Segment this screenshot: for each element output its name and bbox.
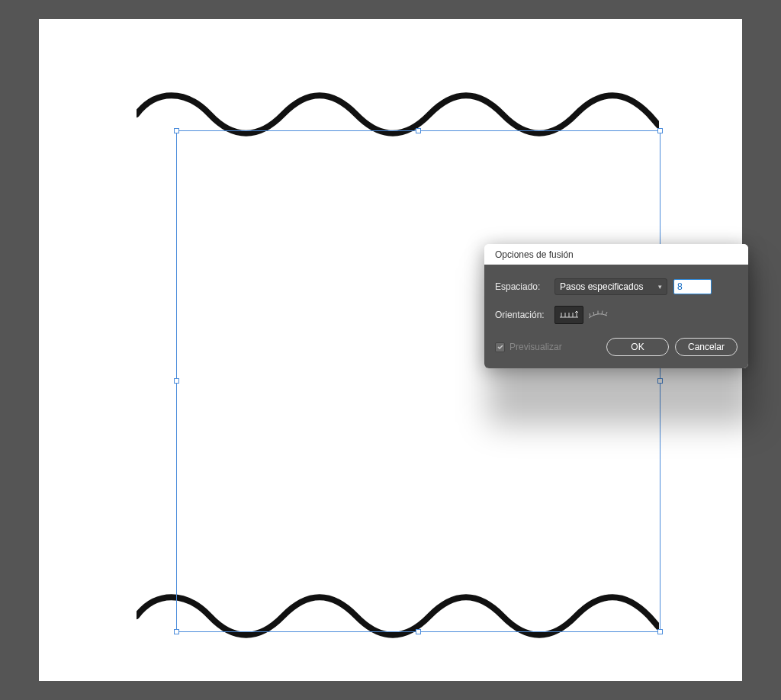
preview-label: Previsualizar <box>509 342 562 352</box>
align-to-page-icon <box>558 310 580 320</box>
dialog-title: Opciones de fusión <box>484 244 748 265</box>
selection-handle-bottom-middle[interactable] <box>416 629 421 634</box>
spacing-row: Espaciado: Pasos especificados ▾ <box>495 278 738 295</box>
chevron-down-icon: ▾ <box>658 283 662 291</box>
dialog-buttons: OK Cancelar <box>606 338 738 356</box>
checkmark-icon <box>497 343 504 351</box>
orientation-row: Orientación: <box>495 306 738 324</box>
spacing-steps-input[interactable] <box>673 279 712 294</box>
preview-checkbox-group[interactable]: Previsualizar <box>495 342 562 352</box>
svg-line-6 <box>590 313 590 317</box>
dialog-body: Espaciado: Pasos especificados ▾ Orienta… <box>484 265 748 368</box>
svg-line-10 <box>606 312 607 316</box>
orientation-align-path-button[interactable] <box>583 306 612 324</box>
preview-checkbox[interactable] <box>495 342 505 352</box>
orientation-button-group <box>554 306 612 324</box>
dialog-footer: Previsualizar OK Cancelar <box>495 338 738 356</box>
selection-handle-middle-left[interactable] <box>174 378 179 384</box>
orientation-label: Orientación: <box>495 310 548 320</box>
spacing-label: Espaciado: <box>495 281 548 292</box>
selection-handle-top-right[interactable] <box>657 128 663 133</box>
selection-handle-bottom-right[interactable] <box>657 629 663 634</box>
align-to-path-icon <box>587 310 609 320</box>
selection-handle-top-middle[interactable] <box>416 128 421 133</box>
ok-button[interactable]: OK <box>606 338 669 356</box>
selection-handle-bottom-left[interactable] <box>174 629 179 634</box>
spacing-select-value: Pasos especificados <box>560 281 643 292</box>
blend-options-dialog: Opciones de fusión Espaciado: Pasos espe… <box>484 244 748 368</box>
selection-handle-top-left[interactable] <box>174 128 179 133</box>
spacing-select[interactable]: Pasos especificados ▾ <box>554 278 667 295</box>
cancel-button[interactable]: Cancelar <box>675 338 738 356</box>
orientation-align-page-button[interactable] <box>554 306 583 324</box>
